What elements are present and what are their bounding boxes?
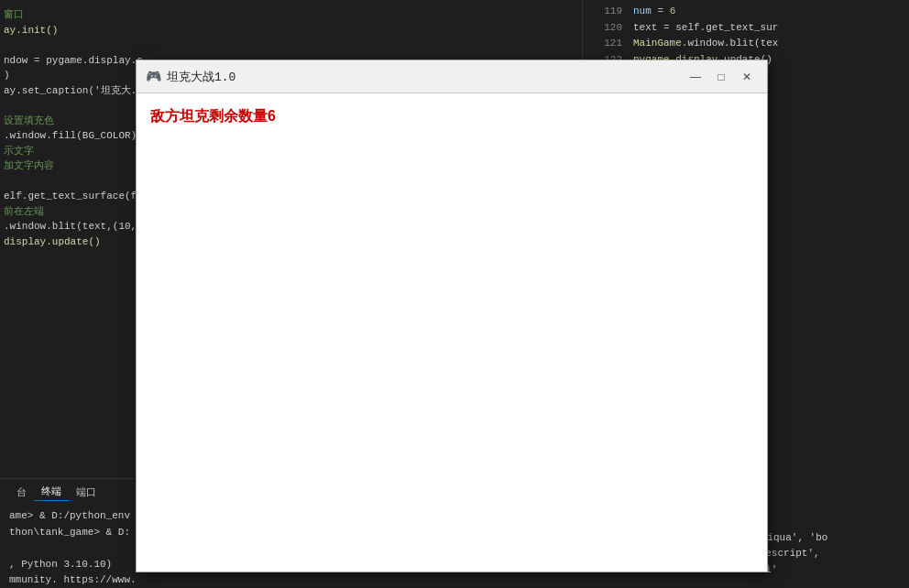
code-line: ay.set_caption('坦克大... — [4, 83, 138, 99]
line-number: 120 — [598, 20, 622, 37]
close-button[interactable]: ✕ — [736, 68, 758, 86]
code-line — [4, 38, 138, 53]
code-line: 示文字 — [4, 144, 138, 159]
code-line: ay.init() — [4, 23, 138, 38]
right-code-top: 119 120 121 122 num = 6 text = self.get_… — [593, 0, 909, 64]
code-line: num = 6 — [633, 4, 778, 20]
popup-titlebar: 🎮 坦克大战1.0 — □ ✕ — [137, 60, 767, 93]
code-line: elf.get_text_surface(f — [4, 189, 138, 204]
left-code-content: 窗口 ay.init() ndow = pygame.display.s ) a… — [0, 0, 142, 256]
code-line: 加文字内容 — [4, 158, 138, 174]
terminal-tab-console[interactable]: 台 — [9, 484, 34, 501]
line-number: 119 — [598, 4, 622, 20]
popup-body: 敌方坦克剩余数量6 — [137, 93, 767, 572]
terminal-tab-terminal[interactable]: 终端 — [34, 483, 69, 501]
code-line: 前在左端 — [4, 204, 138, 220]
popup-window: 🎮 坦克大战1.0 — □ ✕ 敌方坦克剩余数量6 — [136, 60, 768, 572]
popup-controls: — □ ✕ — [684, 68, 758, 86]
code-line: .window.fill(BG_COLOR) — [4, 128, 138, 144]
popup-title: 坦克大战1.0 — [167, 69, 235, 85]
code-line: display.update() — [4, 234, 138, 250]
enemy-count-text: 敌方坦克剩余数量6 — [150, 107, 753, 126]
code-line: 窗口 — [4, 7, 138, 23]
code-line: 设置填充色 — [4, 114, 138, 129]
code-line: ) — [4, 68, 138, 83]
popup-title-left: 🎮 坦克大战1.0 — [146, 69, 235, 85]
minimize-button[interactable]: — — [684, 68, 706, 86]
popup-icon: 🎮 — [146, 69, 161, 84]
code-line — [4, 174, 138, 190]
code-line: MainGame.window.blit(tex — [633, 36, 778, 52]
code-line: ndow = pygame.display.s — [4, 53, 138, 69]
code-line — [4, 98, 138, 114]
code-line: text = self.get_text_sur — [633, 20, 778, 37]
right-code-lines: num = 6 text = self.get_text_sur MainGam… — [630, 4, 778, 68]
maximize-button[interactable]: □ — [710, 68, 732, 86]
line-numbers: 119 120 121 122 — [593, 4, 630, 68]
line-number: 121 — [598, 36, 622, 52]
code-line: .window.blit(text,(10, — [4, 219, 138, 234]
terminal-tab-port[interactable]: 端口 — [69, 484, 104, 501]
